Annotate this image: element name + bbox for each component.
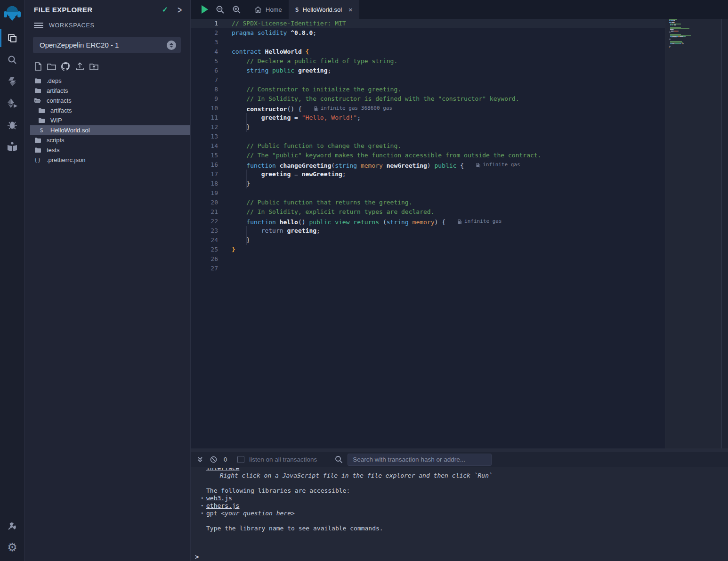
- code-line[interactable]: 5 // Declare a public field of type stri…: [191, 57, 665, 66]
- remix-logo-icon[interactable]: [0, 0, 24, 27]
- line-number[interactable]: 13: [191, 132, 218, 141]
- line-number[interactable]: 2: [191, 28, 218, 38]
- code-line[interactable]: 24 }: [191, 236, 665, 245]
- tab-close-icon[interactable]: ×: [348, 6, 353, 14]
- code-line[interactable]: 23 return greeting;: [191, 226, 665, 236]
- code-line[interactable]: 22 function hello() public view returns …: [191, 217, 665, 226]
- upload-folder-icon[interactable]: [89, 62, 99, 71]
- code-line[interactable]: 26: [191, 254, 665, 264]
- tree-item-helloworld-sol[interactable]: SHelloWorld.sol: [30, 125, 190, 135]
- solidity-compiler-icon[interactable]: [0, 71, 24, 92]
- line-number[interactable]: 6: [191, 66, 218, 75]
- line-number[interactable]: 14: [191, 141, 218, 151]
- search-icon[interactable]: [0, 49, 24, 71]
- line-number[interactable]: 20: [191, 198, 218, 207]
- code-line[interactable]: 12 }: [191, 122, 665, 132]
- line-number[interactable]: 24: [191, 236, 218, 245]
- line-number[interactable]: 1: [191, 19, 218, 28]
- debugger-icon[interactable]: [0, 114, 24, 136]
- tree-item-wip[interactable]: WIP: [24, 115, 190, 125]
- line-number[interactable]: 19: [191, 188, 218, 198]
- code-line[interactable]: 13: [191, 132, 665, 141]
- line-number[interactable]: 7: [191, 75, 218, 85]
- create-new-folder-icon[interactable]: [47, 62, 57, 71]
- line-number[interactable]: 4: [191, 47, 218, 57]
- code-line[interactable]: 2pragma solidity ^0.8.0;: [191, 28, 665, 38]
- code-line[interactable]: 17 greeting = newGreeting;: [191, 170, 665, 179]
- line-number[interactable]: 23: [191, 226, 218, 236]
- code-line[interactable]: 4contract HelloWorld {: [191, 47, 665, 57]
- line-number[interactable]: 3: [191, 38, 218, 47]
- line-number[interactable]: 9: [191, 94, 218, 104]
- code-line[interactable]: 18 }: [191, 179, 665, 188]
- terminal-prompt[interactable]: >: [195, 553, 199, 561]
- code-text: // In Solidity, the constructor is defin…: [218, 94, 519, 104]
- line-number[interactable]: 22: [191, 217, 218, 226]
- accept-check-icon[interactable]: ✓: [162, 5, 168, 14]
- line-number[interactable]: 27: [191, 264, 218, 273]
- code-line[interactable]: 14 // Public function to change the gree…: [191, 141, 665, 151]
- line-number[interactable]: 11: [191, 113, 218, 122]
- code-line[interactable]: 20 // Public function that returns the g…: [191, 198, 665, 207]
- code-line[interactable]: 1// SPDX-License-Identifier: MIT: [191, 19, 665, 28]
- workspace-select[interactable]: OpenZeppelin ERC20 - 1: [33, 37, 181, 53]
- code-line[interactable]: 19: [191, 188, 665, 198]
- publish-to-gist-icon[interactable]: [61, 62, 71, 71]
- clear-console-icon[interactable]: [210, 456, 217, 463]
- tree-item-contracts[interactable]: contracts: [24, 96, 190, 106]
- tree-item-scripts[interactable]: scripts: [24, 135, 190, 145]
- settings-gear-icon[interactable]: ⚙: [0, 537, 24, 558]
- terminal-library-link[interactable]: web3.js: [206, 495, 232, 502]
- run-script-play-button[interactable]: [202, 5, 208, 14]
- upload-file-icon[interactable]: [75, 62, 85, 71]
- code-line[interactable]: 8 // Constructor to initialize the greet…: [191, 85, 665, 94]
- tab-helloworld-sol[interactable]: S HelloWorld.sol ×: [289, 0, 359, 19]
- editor-scrollbar[interactable]: [722, 19, 728, 448]
- line-number[interactable]: 16: [191, 160, 218, 170]
- code-line[interactable]: 6 string public greeting;: [191, 66, 665, 75]
- tree-item-artifacts[interactable]: artifacts: [24, 86, 190, 96]
- terminal-resize-handle[interactable]: [191, 448, 728, 452]
- learneth-icon[interactable]: [0, 136, 24, 157]
- line-number[interactable]: 12: [191, 122, 218, 132]
- tree-item-artifacts[interactable]: artifacts: [24, 106, 190, 115]
- line-number[interactable]: 10: [191, 104, 218, 113]
- code-line[interactable]: 25}: [191, 245, 665, 254]
- file-explorer-icon[interactable]: [0, 27, 24, 49]
- terminal-library-link[interactable]: ethers.js: [206, 502, 239, 510]
- minimap[interactable]: [669, 19, 721, 50]
- create-new-file-icon[interactable]: [34, 62, 42, 71]
- tab-home[interactable]: Home: [248, 0, 289, 19]
- line-number[interactable]: 5: [191, 57, 218, 66]
- line-number[interactable]: 21: [191, 207, 218, 217]
- code-line[interactable]: 3: [191, 38, 665, 47]
- terminal-collapse-icon[interactable]: [197, 456, 203, 463]
- terminal-search-input[interactable]: [348, 454, 492, 466]
- line-number[interactable]: 15: [191, 151, 218, 160]
- line-number[interactable]: 17: [191, 170, 218, 179]
- panel-expand-chevron-icon[interactable]: >: [178, 4, 182, 15]
- listen-transactions-checkbox[interactable]: [237, 456, 244, 463]
- workspace-sort-icon[interactable]: [167, 41, 176, 50]
- plugin-manager-icon[interactable]: [0, 515, 24, 537]
- code-line[interactable]: 15 // The "public" keyword makes the fun…: [191, 151, 665, 160]
- code-line[interactable]: 9 // In Solidity, the constructor is def…: [191, 94, 665, 104]
- tree-item--prettierrc-json[interactable]: {}.prettierrc.json: [24, 155, 190, 165]
- line-number[interactable]: 26: [191, 254, 218, 264]
- code-line[interactable]: 21 // In Solidity, explicit return types…: [191, 207, 665, 217]
- zoom-in-icon[interactable]: [232, 5, 241, 14]
- line-number[interactable]: 25: [191, 245, 218, 254]
- code-line[interactable]: 11 greeting = "Hello, World!";: [191, 113, 665, 122]
- code-line[interactable]: 27: [191, 264, 665, 273]
- code-line[interactable]: 7: [191, 75, 665, 85]
- line-number[interactable]: 18: [191, 179, 218, 188]
- workspaces-menu-icon[interactable]: [34, 23, 43, 28]
- code-line[interactable]: 16 function changeGreeting(string memory…: [191, 160, 665, 170]
- deploy-and-run-icon[interactable]: [0, 92, 24, 114]
- tree-item--deps[interactable]: .deps: [24, 76, 190, 86]
- code-area[interactable]: 1// SPDX-License-Identifier: MIT2pragma …: [191, 19, 665, 448]
- tree-item-tests[interactable]: tests: [24, 145, 190, 155]
- line-number[interactable]: 8: [191, 85, 218, 94]
- zoom-out-icon[interactable]: [216, 5, 225, 14]
- code-line[interactable]: 10 constructor() {infinite gas 368600 ga…: [191, 104, 665, 113]
